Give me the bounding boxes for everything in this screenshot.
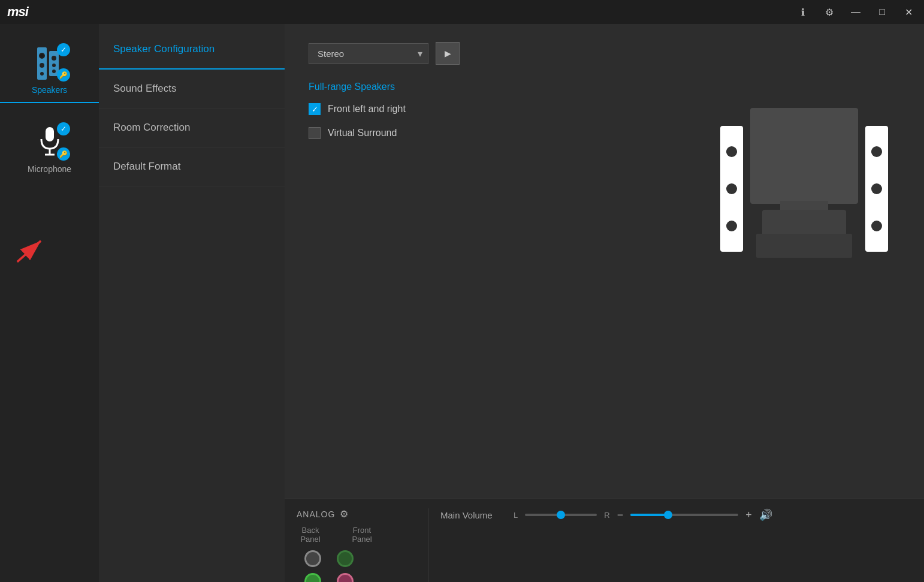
speakers-label: Speakers (32, 85, 67, 95)
full-range-label: Full-range Speakers (309, 82, 900, 92)
main-content: Stereo Quadraphonic 5.1 Surround 7.1 Sur… (285, 24, 924, 498)
nav-panel: Speaker Configuration Sound Effects Room… (99, 24, 285, 582)
r-label: R (604, 511, 609, 520)
main-vol-fill (630, 514, 668, 516)
monitor-base (762, 210, 846, 237)
svg-line-13 (17, 241, 41, 262)
checkbox-virtual-surround[interactable] (309, 127, 321, 139)
sidebar-item-microphone[interactable]: ✓ 🔑 Microphone (0, 115, 99, 181)
svg-point-2 (40, 54, 44, 58)
nav-item-speaker-config[interactable]: Speaker Configuration (99, 30, 285, 70)
volume-speaker-icon: 🔊 (759, 508, 772, 521)
microphone-key-badge: 🔑 (57, 147, 70, 161)
microphone-icon-wrap: ✓ 🔑 (32, 125, 68, 161)
back-panel-label: Back Panel (297, 526, 324, 544)
nav-item-sound-effects[interactable]: Sound Effects (99, 70, 285, 108)
title-bar-left: msi (7, 4, 28, 20)
speaker-dot (871, 183, 882, 194)
svg-point-7 (52, 64, 56, 67)
nav-item-default-format[interactable]: Default Format (99, 147, 285, 186)
speaker-dot (726, 146, 737, 157)
svg-point-6 (52, 56, 56, 61)
minimize-button[interactable]: — (847, 4, 864, 20)
analog-section: ANALOG ⚙ Back Panel Front Panel (297, 508, 428, 582)
jack-back-1[interactable] (304, 550, 321, 567)
stereo-select-wrapper: Stereo Quadraphonic 5.1 Surround 7.1 Sur… (309, 43, 428, 64)
svg-point-3 (40, 63, 44, 68)
arrow-svg (12, 228, 54, 270)
svg-point-8 (52, 70, 56, 73)
bottom-bar: ANALOG ⚙ Back Panel Front Panel (285, 498, 924, 582)
speakers-key-badge: 🔑 (57, 68, 70, 82)
volume-minus-button[interactable]: − (617, 509, 624, 521)
speaker-dot (726, 183, 737, 194)
svg-rect-9 (46, 127, 54, 141)
msi-logo: msi (7, 4, 28, 20)
volume-row: Main Volume L R − + 🔊 (440, 508, 912, 521)
stereo-select[interactable]: Stereo Quadraphonic 5.1 Surround 7.1 Sur… (309, 43, 428, 64)
main-vol-thumb (664, 511, 672, 519)
checkmark-icon: ✓ (312, 105, 318, 113)
analog-settings-gear-icon[interactable]: ⚙ (340, 508, 348, 520)
microphone-check-badge: ✓ (57, 122, 70, 135)
sidebar-item-speakers[interactable]: ✓ 🔑 Speakers (0, 36, 99, 103)
title-bar: msi ℹ ⚙ — □ ✕ (0, 0, 924, 24)
sidebar: ✓ 🔑 Speakers ✓ 🔑 Microphone (0, 24, 99, 582)
speaker-dot (726, 221, 737, 231)
virtual-surround-label: Virtual Surround (328, 128, 397, 138)
svg-point-4 (40, 72, 44, 76)
jack-row-2 (297, 571, 416, 582)
nav-item-room-correction[interactable]: Room Correction (99, 108, 285, 147)
front-panel-label: Front Panel (348, 526, 376, 544)
settings-button[interactable]: ⚙ (821, 4, 838, 20)
play-button[interactable]: ▶ (436, 42, 460, 65)
lr-balance-slider[interactable] (525, 514, 597, 516)
front-lr-label: Front left and right (328, 104, 406, 114)
checkbox-front-lr[interactable]: ✓ (309, 103, 321, 115)
analog-header: ANALOG ⚙ (297, 508, 416, 520)
microphone-label: Microphone (28, 164, 71, 174)
speaker-diagram (720, 108, 888, 312)
analog-label: ANALOG (297, 509, 335, 519)
speakers-check-badge: ✓ (57, 43, 70, 56)
monitor-screen (750, 108, 858, 204)
arrow-indicator (12, 228, 54, 272)
jack-row-1 (297, 548, 416, 569)
stereo-row: Stereo Quadraphonic 5.1 Surround 7.1 Sur… (309, 42, 900, 65)
info-button[interactable]: ℹ (795, 4, 811, 20)
speakers-icon-wrap: ✓ 🔑 (32, 46, 68, 82)
monitor-base-bottom (756, 234, 852, 258)
title-bar-right: ℹ ⚙ — □ ✕ (795, 4, 917, 20)
speaker-dot (871, 221, 882, 231)
jack-back-2[interactable] (304, 573, 321, 582)
lr-thumb (557, 511, 565, 519)
jack-front-1[interactable] (337, 550, 354, 567)
left-speaker (720, 126, 743, 252)
panel-headers: Back Panel Front Panel (297, 526, 416, 544)
close-button[interactable]: ✕ (900, 4, 917, 20)
jack-front-2[interactable] (337, 573, 354, 582)
volume-section: Main Volume L R − + 🔊 (440, 508, 912, 521)
l-label: L (514, 511, 518, 520)
volume-plus-button[interactable]: + (745, 509, 752, 521)
maximize-button[interactable]: □ (874, 4, 890, 20)
volume-title: Main Volume (440, 510, 506, 520)
speaker-dot (871, 146, 882, 157)
right-speaker (865, 126, 888, 252)
main-volume-slider[interactable] (630, 514, 738, 516)
